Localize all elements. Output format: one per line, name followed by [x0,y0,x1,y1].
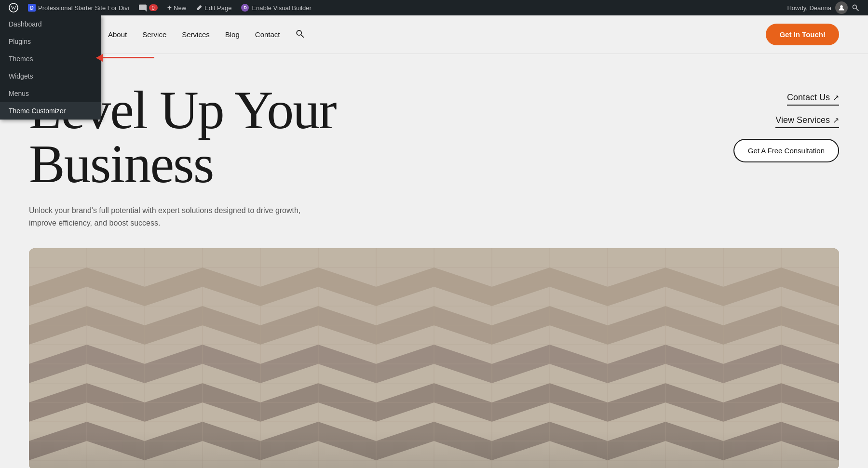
nav-service[interactable]: Service [142,30,166,39]
building-illustration [29,248,839,468]
svg-point-3 [853,5,856,9]
hero-title-line2: Business [29,134,213,194]
edit-page-label: Edit Page [204,4,231,12]
svg-text:W: W [11,5,16,11]
enable-vb-btn[interactable]: D Enable Visual Builder [236,0,316,15]
view-services-text: View Services [775,115,830,125]
contact-us-text: Contact Us [787,93,830,103]
dropdown-dashboard[interactable]: Dashboard [0,15,101,33]
dropdown-themes[interactable]: Themes [0,50,101,67]
dropdown-plugins[interactable]: Plugins [0,33,101,50]
site-header: D Home About Service Services Blog Conta… [0,15,868,54]
dropdown-menus[interactable]: Menus [0,85,101,102]
svg-line-4 [856,9,859,11]
nav-contact[interactable]: Contact [255,30,280,39]
new-content-btn[interactable]: + New [163,0,191,15]
consultation-button[interactable]: Get A Free Consultation [733,139,839,162]
hero-image [29,248,839,468]
site-wrapper: D Home About Service Services Blog Conta… [0,15,868,468]
nav-blog[interactable]: Blog [225,30,240,39]
dropdown-theme-customizer[interactable]: Theme Customizer [0,102,101,120]
svg-point-2 [840,5,843,8]
view-services-link[interactable]: View Services ↗ [775,115,839,128]
nav-about[interactable]: About [108,30,127,39]
site-title-bar[interactable]: D Professional Starter Site For Divi [23,0,134,15]
site-title-text: Professional Starter Site For Divi [38,4,129,12]
hero-subtitle: Unlock your brand's full potential with … [29,204,328,229]
svg-line-6 [301,35,303,37]
edit-page-btn[interactable]: Edit Page [191,0,236,15]
wp-admin-bar: W D Professional Starter Site For Divi 0… [0,0,868,15]
dropdown-widgets[interactable]: Widgets [0,67,101,85]
site-nav: Home About Service Services Blog Contact [73,29,304,40]
contact-us-arrow: ↗ [833,93,839,102]
hero-image-container [29,248,839,468]
new-label: New [174,4,186,12]
hero-right: Contact Us ↗ View Services ↗ Get A Free … [685,83,839,162]
enable-vb-label: Enable Visual Builder [252,4,311,12]
howdy-text: Howdy, Deanna [787,4,831,12]
contact-us-link[interactable]: Contact Us ↗ [787,93,839,106]
nav-search-icon[interactable] [296,29,304,40]
admin-bar-right: Howdy, Deanna [787,1,864,14]
comments-btn[interactable]: 0 [134,0,163,15]
view-services-arrow: ↗ [833,116,839,125]
arrow-line [96,57,154,58]
svg-rect-69 [29,431,839,468]
arrow-head [96,54,103,62]
search-admin-icon[interactable] [852,4,859,12]
nav-services[interactable]: Services [182,30,210,39]
comment-count: 0 [149,4,158,11]
arrow-annotation [96,57,154,58]
site-icon: D [28,4,36,12]
get-in-touch-button[interactable]: Get In Touch! [766,24,839,45]
user-avatar[interactable] [835,1,848,14]
plus-icon: + [167,4,172,12]
admin-dropdown-menu: Dashboard Plugins Themes Widgets Menus T… [0,15,101,120]
divi-icon: D [241,4,249,12]
hero-section: Level Up Your Business Unlock your brand… [0,54,868,248]
wp-logo-btn[interactable]: W [4,0,23,15]
